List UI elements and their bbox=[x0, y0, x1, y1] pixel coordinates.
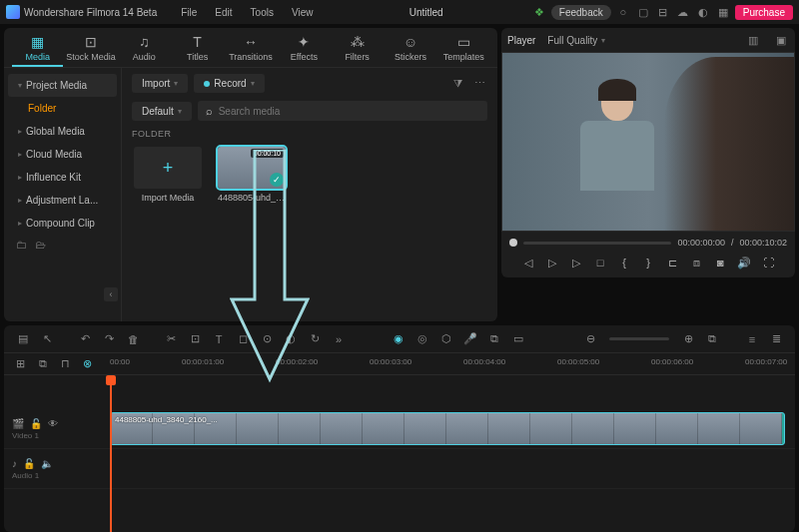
tab-filters[interactable]: ⁂Filters bbox=[332, 32, 383, 67]
quality-dropdown[interactable]: Full Quality▾ bbox=[547, 35, 605, 46]
save-icon[interactable]: ▢ bbox=[635, 4, 651, 20]
audio-track-icon[interactable]: ♪ bbox=[12, 458, 17, 469]
lock-icon[interactable]: 🔓 bbox=[30, 418, 42, 429]
player-tab[interactable]: Player bbox=[507, 35, 535, 46]
play-alt-icon[interactable]: ▷ bbox=[567, 254, 585, 271]
fit-icon[interactable]: ⧉ bbox=[703, 330, 721, 348]
refresh-icon[interactable]: ↻ bbox=[306, 330, 324, 348]
video-track-icon[interactable]: 🎬 bbox=[12, 418, 24, 429]
ai-tool-icon[interactable]: ◉ bbox=[390, 330, 407, 348]
prev-frame-icon[interactable]: ◁ bbox=[519, 254, 537, 271]
sort-dropdown[interactable]: Default▾ bbox=[132, 102, 192, 121]
audio-track-label: Audio 1 bbox=[12, 471, 96, 480]
video-preview[interactable] bbox=[501, 52, 795, 232]
sidebar-item-folder[interactable]: Folder bbox=[8, 97, 117, 120]
tab-titles[interactable]: TTitles bbox=[172, 32, 223, 67]
magnet-icon[interactable]: ⊓ bbox=[57, 355, 74, 373]
tab-transitions[interactable]: ↔Transitions bbox=[225, 32, 276, 67]
mute-icon[interactable]: 🔈 bbox=[41, 458, 53, 469]
volume-icon[interactable]: 🔊 bbox=[735, 254, 753, 271]
screen-icon[interactable]: ▭ bbox=[509, 330, 527, 348]
play-icon[interactable]: ▷ bbox=[543, 254, 561, 271]
settings-tl-icon[interactable]: ≣ bbox=[767, 330, 785, 348]
sidebar-item-influence-kit[interactable]: ▸Influence Kit bbox=[8, 166, 117, 189]
audio-lock-icon[interactable]: 🔓 bbox=[23, 458, 35, 469]
more-tl-icon[interactable]: » bbox=[330, 330, 348, 348]
camera-icon[interactable]: ◙ bbox=[711, 254, 729, 271]
import-media-tile[interactable]: + Import Media bbox=[132, 147, 204, 203]
zoom-in-icon[interactable]: ⊕ bbox=[679, 330, 697, 348]
time-ruler[interactable]: 00:00 00:00:01:00 00:00:02:00 00:00:03:0… bbox=[104, 353, 795, 375]
feedback-button[interactable]: Feedback bbox=[551, 5, 611, 20]
tab-audio[interactable]: ♫Audio bbox=[119, 32, 170, 67]
menu-view[interactable]: View bbox=[284, 5, 322, 20]
sidebar-item-project-media[interactable]: ▾Project Media bbox=[8, 74, 117, 97]
disk-icon[interactable]: ⊟ bbox=[655, 4, 671, 20]
mic-icon[interactable]: 🎤 bbox=[461, 330, 479, 348]
mark-in-icon[interactable]: { bbox=[615, 254, 633, 271]
delete-icon[interactable]: 🗑 bbox=[124, 330, 142, 348]
record-button[interactable]: Record▾ bbox=[194, 74, 264, 93]
tab-stickers[interactable]: ☺Stickers bbox=[385, 32, 435, 67]
sidebar-item-global-media[interactable]: ▸Global Media bbox=[8, 120, 117, 143]
split-icon[interactable]: ⊏ bbox=[663, 254, 681, 271]
render-icon[interactable]: ◎ bbox=[413, 330, 431, 348]
visibility-icon[interactable]: 👁 bbox=[48, 418, 58, 429]
media-clip[interactable]: 00:00:10 ✓ 4488805-uhd_38... bbox=[216, 147, 288, 203]
grid-icon[interactable]: ▦ bbox=[715, 4, 731, 20]
new-folder-icon[interactable]: 🗀 bbox=[16, 239, 27, 251]
grid-toggle-icon[interactable]: ▤ bbox=[14, 330, 32, 348]
cloud-icon[interactable]: ☁ bbox=[675, 4, 691, 20]
scrub-handle[interactable] bbox=[509, 239, 517, 247]
audio-clip[interactable] bbox=[110, 461, 785, 476]
scissors-icon[interactable]: ✂ bbox=[162, 330, 180, 348]
color-icon[interactable]: ◐ bbox=[282, 330, 300, 348]
speed-icon[interactable]: ⊙ bbox=[258, 330, 276, 348]
shield-icon[interactable]: ⬡ bbox=[437, 330, 455, 348]
zoom-out-icon[interactable]: ⊖ bbox=[581, 330, 599, 348]
track-opt-2-icon[interactable]: ⧉ bbox=[35, 355, 52, 373]
mask-icon[interactable]: ◻ bbox=[234, 330, 252, 348]
link-icon[interactable]: ⊗ bbox=[80, 355, 97, 373]
menu-edit[interactable]: Edit bbox=[207, 5, 240, 20]
list-icon[interactable]: ≡ bbox=[743, 330, 761, 348]
undo-icon[interactable]: ↶ bbox=[76, 330, 94, 348]
stop-icon[interactable]: □ bbox=[591, 254, 609, 271]
tab-media[interactable]: ▦Media bbox=[12, 32, 63, 67]
cursor-icon[interactable]: ↖ bbox=[38, 330, 56, 348]
mixer-icon[interactable]: ⧉ bbox=[485, 330, 503, 348]
circle-icon[interactable]: ○ bbox=[615, 4, 631, 20]
sidebar-item-adjustment-layer[interactable]: ▸Adjustment La... bbox=[8, 189, 117, 212]
track-opt-1-icon[interactable]: ⊞ bbox=[12, 355, 29, 373]
redo-icon[interactable]: ↷ bbox=[100, 330, 118, 348]
text-icon[interactable]: T bbox=[210, 330, 228, 348]
menu-file[interactable]: File bbox=[173, 5, 205, 20]
more-icon[interactable]: ⋯ bbox=[471, 76, 487, 92]
filter-icon[interactable]: ⧩ bbox=[449, 76, 465, 92]
tab-templates[interactable]: ▭Templates bbox=[438, 32, 489, 67]
snapshot-icon[interactable]: ▣ bbox=[773, 32, 789, 48]
zoom-slider[interactable] bbox=[609, 337, 669, 340]
crop-icon[interactable]: ⧈ bbox=[687, 254, 705, 271]
fullscreen-icon[interactable]: ⛶ bbox=[759, 254, 777, 271]
playhead[interactable] bbox=[110, 375, 112, 532]
import-button[interactable]: Import▾ bbox=[132, 74, 188, 93]
sidebar-item-compound-clip[interactable]: ▸Compound Clip bbox=[8, 212, 117, 235]
sidebar-collapse-toggle[interactable]: ‹ bbox=[104, 287, 118, 301]
search-box[interactable]: ⌕ bbox=[198, 101, 487, 121]
tab-effects[interactable]: ✦Effects bbox=[279, 32, 330, 67]
new-bin-icon[interactable]: 🗁 bbox=[35, 239, 46, 251]
video-clip[interactable]: 4488805-uhd_3840_2160_... bbox=[110, 412, 785, 445]
gift-icon[interactable]: ❖ bbox=[531, 4, 547, 20]
mark-out-icon[interactable]: } bbox=[639, 254, 657, 271]
menu-tools[interactable]: Tools bbox=[243, 5, 282, 20]
headset-icon[interactable]: ◐ bbox=[695, 4, 711, 20]
scrub-bar[interactable] bbox=[523, 242, 671, 245]
search-input[interactable] bbox=[219, 106, 479, 117]
purchase-button[interactable]: Purchase bbox=[735, 5, 793, 20]
sidebar-item-cloud-media[interactable]: ▸Cloud Media bbox=[8, 143, 117, 166]
compare-icon[interactable]: ▥ bbox=[745, 32, 761, 48]
crop-tl-icon[interactable]: ⊡ bbox=[186, 330, 204, 348]
stickers-icon: ☺ bbox=[403, 34, 417, 50]
tab-stock-media[interactable]: ⊡Stock Media bbox=[65, 32, 116, 67]
